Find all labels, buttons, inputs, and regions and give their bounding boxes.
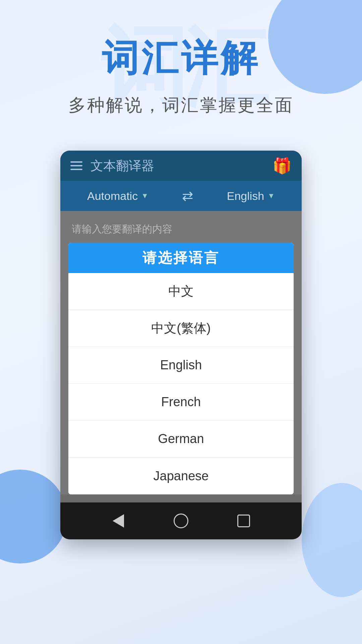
page-header: 词汇详解 多种解说，词汇掌握更全面 — [0, 0, 362, 137]
hamburger-menu-button[interactable] — [70, 161, 82, 170]
back-icon — [113, 514, 124, 528]
nav-home-button[interactable] — [169, 509, 193, 533]
lang-option-fr[interactable]: French — [68, 384, 294, 421]
phone-mockup: 文本翻译器 🎁 Automatic ▼ ⇄ English ▼ 请输入您要翻译的… — [60, 151, 302, 539]
page-subtitle: 多种解说，词汇掌握更全面 — [20, 94, 342, 117]
home-icon — [174, 514, 188, 528]
content-area: 请输入您要翻译的内容 请选择语言 中文中文(繁体)EnglishFrenchGe… — [60, 211, 302, 494]
gift-icon[interactable]: 🎁 — [273, 157, 292, 175]
lang-option-ja[interactable]: Japanese — [68, 458, 294, 494]
page-title: 词汇详解 — [20, 34, 342, 84]
navigation-bar — [60, 502, 302, 539]
toolbar-left: 文本翻译器 — [70, 157, 154, 174]
lang-option-zh-tw[interactable]: 中文(繁体) — [68, 310, 294, 347]
language-selector-bar: Automatic ▼ ⇄ English ▼ — [60, 181, 302, 211]
lang-option-de[interactable]: German — [68, 421, 294, 458]
translation-input-placeholder: 请输入您要翻译的内容 — [68, 219, 294, 243]
app-title: 文本翻译器 — [90, 157, 154, 174]
language-list: 中文中文(繁体)EnglishFrenchGermanJapanese — [68, 273, 294, 494]
source-lang-dropdown-icon: ▼ — [141, 192, 148, 200]
swap-languages-button[interactable]: ⇄ — [182, 188, 193, 204]
dialog-header: 请选择语言 — [68, 243, 294, 273]
target-language-label: English — [227, 190, 264, 203]
nav-recents-button[interactable] — [232, 509, 255, 533]
lang-option-en[interactable]: English — [68, 347, 294, 384]
dialog-header-text: 请选择语言 — [142, 249, 220, 267]
lang-option-zh[interactable]: 中文 — [68, 273, 294, 310]
recents-icon — [237, 515, 250, 527]
app-toolbar: 文本翻译器 🎁 — [60, 151, 302, 181]
language-select-dialog: 请选择语言 中文中文(繁体)EnglishFrenchGermanJapanes… — [68, 243, 294, 494]
source-language-button[interactable]: Automatic ▼ — [87, 190, 148, 203]
nav-back-button[interactable] — [107, 509, 130, 533]
target-lang-dropdown-icon: ▼ — [267, 192, 275, 200]
source-language-label: Automatic — [87, 190, 138, 203]
target-language-button[interactable]: English ▼ — [227, 190, 275, 203]
decorative-circle-bottom-left — [0, 470, 67, 564]
decorative-circle-bottom-right — [302, 483, 362, 597]
